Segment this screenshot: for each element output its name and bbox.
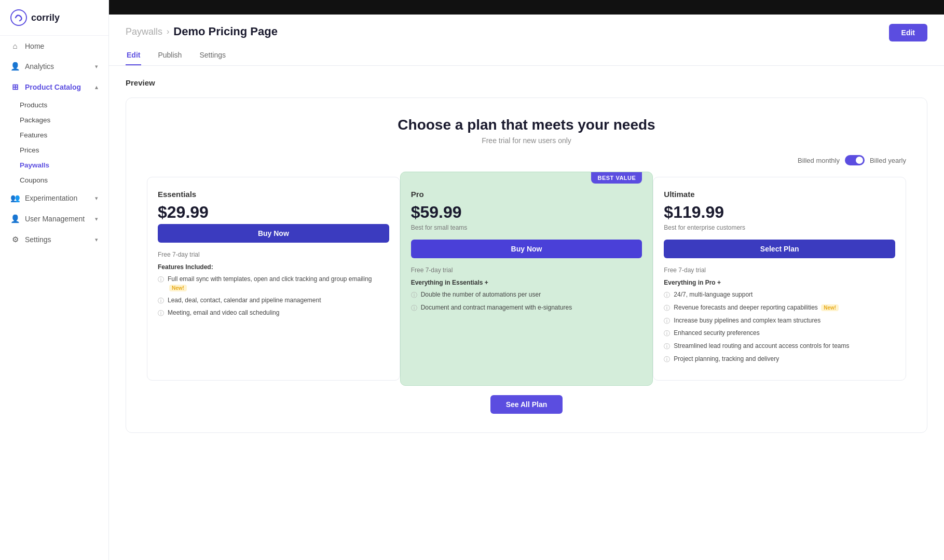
header: Paywalls › Demo Pricing Page Edit Edit P…: [109, 15, 944, 66]
sidebar-sub-packages[interactable]: Packages: [0, 113, 108, 128]
buy-now-btn-essentials[interactable]: Buy Now: [158, 224, 389, 243]
sidebar-sub-features[interactable]: Features: [0, 128, 108, 143]
breadcrumb-sep: ›: [167, 27, 169, 36]
plan-name-ultimate: Ultimate: [664, 190, 895, 199]
edit-button-top[interactable]: Edit: [889, 24, 927, 41]
info-icon-ult-4: ⓘ: [664, 342, 670, 351]
free-trial-essentials: Free 7-day trial: [158, 251, 389, 258]
free-trial-ultimate: Free 7-day trial: [664, 267, 895, 274]
tab-publish[interactable]: Publish: [157, 47, 183, 65]
plan-price-ultimate: $119.99: [664, 203, 895, 222]
free-trial-pro: Free 7-day trial: [411, 267, 642, 274]
plan-price-essentials: $29.99: [158, 203, 389, 222]
features-label-essentials: Features Included:: [158, 263, 389, 271]
main-content: Paywalls › Demo Pricing Page Edit Edit P…: [109, 0, 944, 560]
sidebar-item-analytics-label: Analytics: [25, 62, 54, 71]
sidebar-item-user-management-label: User Management: [25, 215, 85, 223]
preview-label: Preview: [126, 78, 927, 87]
settings-icon: ⚙: [10, 235, 20, 244]
logo-area: corrily: [0, 0, 108, 36]
billing-toggle: Billed monthly Billed yearly: [147, 155, 906, 165]
plan-price-sub-ultimate: Best for enterprise customers: [664, 224, 895, 231]
info-icon-pro-0: ⓘ: [411, 291, 417, 300]
plan-card-ultimate: Ultimate $119.99 Best for enterprise cus…: [653, 177, 906, 381]
home-icon: ⌂: [10, 41, 20, 50]
features-label-ultimate: Everything in Pro +: [664, 279, 895, 286]
billing-toggle-switch[interactable]: [845, 155, 865, 165]
logo-text: corrily: [31, 12, 60, 23]
select-plan-btn-ultimate[interactable]: Select Plan: [664, 240, 895, 258]
chevron-down-icon: ▾: [95, 63, 98, 70]
plan-card-pro: BEST VALUE Pro $59.99 Best for small tea…: [400, 172, 653, 386]
svg-point-0: [11, 10, 26, 25]
info-icon-1: ⓘ: [158, 297, 164, 305]
buy-now-btn-pro[interactable]: Buy Now: [411, 240, 642, 258]
sidebar-sub-coupons[interactable]: Coupons: [0, 173, 108, 188]
preview-content: Choose a plan that meets your needs Free…: [126, 97, 927, 433]
info-icon-2: ⓘ: [158, 309, 164, 318]
info-icon-0: ⓘ: [158, 275, 164, 284]
feature-essentials-2: ⓘ Meeting, email and video call scheduli…: [158, 309, 389, 318]
feature-pro-1: ⓘ Document and contract management with …: [411, 303, 642, 313]
info-icon-ult-5: ⓘ: [664, 355, 670, 364]
sidebar-item-experimentation[interactable]: 👥 Experimentation ▾: [0, 188, 108, 208]
chevron-up-icon: ▴: [95, 84, 98, 91]
chevron-down-icon-um: ▾: [95, 216, 98, 222]
sidebar-item-settings-label: Settings: [25, 235, 51, 244]
info-icon-ult-2: ⓘ: [664, 317, 670, 326]
breadcrumb: Paywalls › Demo Pricing Page: [126, 25, 278, 38]
feature-ultimate-0: ⓘ 24/7, multi-language support: [664, 290, 895, 300]
chevron-down-icon-exp: ▾: [95, 195, 98, 202]
sidebar-sub-prices[interactable]: Prices: [0, 143, 108, 158]
feature-ultimate-4: ⓘ Streamlined lead routing and account a…: [664, 342, 895, 351]
feature-essentials-0: ⓘ Full email sync with templates, open a…: [158, 275, 389, 292]
plans-grid: Essentials $29.99 Buy Now Free 7-day tri…: [147, 177, 906, 381]
plan-card-essentials: Essentials $29.99 Buy Now Free 7-day tri…: [147, 177, 400, 381]
product-catalog-icon: ⊞: [10, 82, 20, 92]
sidebar: corrily ⌂ Home 👤 Analytics ▾ ⊞ Product C…: [0, 0, 109, 560]
header-row: Paywalls › Demo Pricing Page Edit: [126, 24, 927, 47]
tab-edit[interactable]: Edit: [126, 47, 141, 65]
info-icon-ult-3: ⓘ: [664, 329, 670, 338]
sidebar-item-user-management[interactable]: 👤 User Management ▾: [0, 208, 108, 229]
feature-ultimate-2: ⓘ Increase busy pipelines and complex te…: [664, 316, 895, 326]
top-bar: [109, 0, 944, 15]
feature-pro-0: ⓘ Double the number of automations per u…: [411, 290, 642, 300]
sidebar-sub-products[interactable]: Products: [0, 97, 108, 113]
sidebar-sub-paywalls[interactable]: Paywalls: [0, 158, 108, 173]
tabs-bar: Edit Publish Settings: [126, 47, 927, 65]
info-icon-ult-1: ⓘ: [664, 304, 670, 313]
feature-ultimate-1: ⓘ Revenue forecasts and deeper reporting…: [664, 303, 895, 313]
analytics-icon: 👤: [10, 62, 20, 71]
feature-ultimate-5: ⓘ Project planning, tracking and deliver…: [664, 355, 895, 364]
best-value-badge: BEST VALUE: [591, 172, 642, 184]
sidebar-item-analytics[interactable]: 👤 Analytics ▾: [0, 56, 108, 77]
sidebar-item-settings[interactable]: ⚙ Settings ▾: [0, 229, 108, 250]
sidebar-item-product-catalog[interactable]: ⊞ Product Catalog ▴: [0, 77, 108, 97]
info-icon-ult-0: ⓘ: [664, 291, 670, 300]
sidebar-item-home[interactable]: ⌂ Home: [0, 36, 108, 56]
sidebar-item-product-catalog-label: Product Catalog: [25, 83, 81, 91]
plan-price-sub-pro: Best for small teams: [411, 224, 642, 231]
see-all-btn[interactable]: See All Plan: [490, 395, 563, 414]
tab-settings[interactable]: Settings: [198, 47, 227, 65]
breadcrumb-parent[interactable]: Paywalls: [126, 26, 162, 37]
plan-headline: Choose a plan that meets your needs: [147, 117, 906, 133]
sidebar-item-home-label: Home: [25, 42, 44, 50]
feature-ultimate-3: ⓘ Enhanced security preferences: [664, 329, 895, 338]
plan-name-essentials: Essentials: [158, 190, 389, 199]
preview-area: Preview Choose a plan that meets your ne…: [109, 66, 944, 560]
experimentation-icon: 👥: [10, 193, 20, 203]
plan-subline: Free trial for new users only: [147, 136, 906, 145]
user-management-icon: 👤: [10, 214, 20, 223]
billing-yearly-label: Billed yearly: [870, 157, 906, 164]
features-label-pro: Everything in Essentials +: [411, 279, 642, 286]
chevron-down-icon-set: ▾: [95, 236, 98, 243]
sidebar-item-experimentation-label: Experimentation: [25, 194, 77, 202]
breadcrumb-current: Demo Pricing Page: [173, 25, 278, 38]
logo-icon: [10, 9, 27, 26]
plan-name-pro: Pro: [411, 190, 642, 199]
info-icon-pro-1: ⓘ: [411, 304, 417, 313]
plan-price-pro: $59.99: [411, 203, 642, 222]
billing-monthly-label: Billed monthly: [798, 157, 840, 164]
